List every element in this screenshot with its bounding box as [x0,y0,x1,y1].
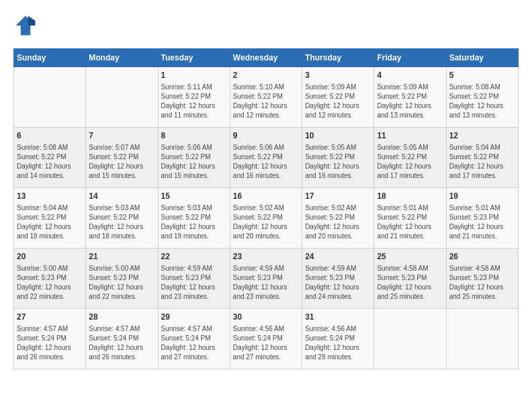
calendar-cell: 27Sunrise: 4:57 AM Sunset: 5:24 PM Dayli… [14,309,86,369]
day-number: 28 [89,312,154,323]
day-number: 27 [17,312,83,323]
day-number: 12 [449,130,515,142]
day-number: 18 [377,191,443,202]
day-info: Sunrise: 4:58 AM Sunset: 5:23 PM Dayligh… [449,264,515,302]
calendar-cell: 4Sunrise: 5:09 AM Sunset: 5:22 PM Daylig… [374,67,446,128]
calendar-cell [446,309,518,369]
calendar-cell: 14Sunrise: 5:03 AM Sunset: 5:22 PM Dayli… [86,188,158,248]
calendar-cell: 13Sunrise: 5:04 AM Sunset: 5:22 PM Dayli… [14,188,86,248]
calendar-cell: 21Sunrise: 5:00 AM Sunset: 5:23 PM Dayli… [86,248,158,309]
calendar-cell: 20Sunrise: 5:00 AM Sunset: 5:23 PM Dayli… [14,248,86,309]
day-info: Sunrise: 5:05 AM Sunset: 5:22 PM Dayligh… [305,143,371,181]
logo [13,13,42,38]
day-number: 7 [89,130,154,142]
day-number: 25 [377,251,443,263]
day-info: Sunrise: 5:09 AM Sunset: 5:22 PM Dayligh… [305,83,371,120]
calendar-cell: 5Sunrise: 5:08 AM Sunset: 5:22 PM Daylig… [446,67,518,128]
calendar-cell: 17Sunrise: 5:02 AM Sunset: 5:22 PM Dayli… [302,188,374,248]
calendar-table: SundayMondayTuesdayWednesdayThursdayFrid… [13,48,519,369]
calendar-cell [86,67,158,128]
day-number: 24 [305,251,371,263]
day-info: Sunrise: 4:56 AM Sunset: 5:24 PM Dayligh… [305,324,371,362]
calendar-cell: 9Sunrise: 5:06 AM Sunset: 5:22 PM Daylig… [230,128,302,188]
day-number: 21 [89,251,154,263]
calendar-cell [374,309,446,369]
day-info: Sunrise: 4:57 AM Sunset: 5:24 PM Dayligh… [89,324,154,362]
calendar-week-1: 1Sunrise: 5:11 AM Sunset: 5:22 PM Daylig… [14,67,519,128]
day-number: 6 [17,130,83,142]
day-info: Sunrise: 5:01 AM Sunset: 5:23 PM Dayligh… [449,203,515,241]
day-number: 4 [377,70,443,81]
day-info: Sunrise: 5:03 AM Sunset: 5:22 PM Dayligh… [161,203,227,241]
calendar-header: SundayMondayTuesdayWednesdayThursdayFrid… [14,49,519,67]
day-info: Sunrise: 5:00 AM Sunset: 5:23 PM Dayligh… [89,264,154,302]
day-info: Sunrise: 5:06 AM Sunset: 5:22 PM Dayligh… [233,143,299,181]
day-number: 3 [305,70,371,81]
calendar-cell: 25Sunrise: 4:58 AM Sunset: 5:23 PM Dayli… [374,248,446,309]
day-info: Sunrise: 4:59 AM Sunset: 5:23 PM Dayligh… [233,264,299,302]
day-number: 26 [449,251,515,263]
day-info: Sunrise: 5:04 AM Sunset: 5:22 PM Dayligh… [17,203,83,241]
calendar-week-4: 20Sunrise: 5:00 AM Sunset: 5:23 PM Dayli… [14,248,519,309]
day-number: 15 [161,191,227,202]
calendar-cell: 15Sunrise: 5:03 AM Sunset: 5:22 PM Dayli… [158,188,230,248]
weekday-header-friday: Friday [374,49,446,67]
day-info: Sunrise: 4:58 AM Sunset: 5:23 PM Dayligh… [377,264,443,302]
weekday-header-monday: Monday [86,49,158,67]
calendar-cell: 19Sunrise: 5:01 AM Sunset: 5:23 PM Dayli… [446,188,518,248]
day-info: Sunrise: 5:08 AM Sunset: 5:22 PM Dayligh… [449,83,515,120]
svg-marker-1 [28,16,36,26]
day-info: Sunrise: 5:04 AM Sunset: 5:22 PM Dayligh… [449,143,515,181]
header [13,13,519,38]
day-number: 8 [161,130,227,142]
calendar-cell: 3Sunrise: 5:09 AM Sunset: 5:22 PM Daylig… [302,67,374,128]
day-number: 10 [305,130,371,142]
day-number: 30 [233,312,299,323]
day-info: Sunrise: 5:06 AM Sunset: 5:22 PM Dayligh… [161,143,227,181]
day-info: Sunrise: 5:01 AM Sunset: 5:22 PM Dayligh… [377,203,443,241]
calendar-cell: 10Sunrise: 5:05 AM Sunset: 5:22 PM Dayli… [302,128,374,188]
day-number: 11 [377,130,443,142]
calendar-cell: 28Sunrise: 4:57 AM Sunset: 5:24 PM Dayli… [86,309,158,369]
calendar-cell: 31Sunrise: 4:56 AM Sunset: 5:24 PM Dayli… [302,309,374,369]
weekday-header-thursday: Thursday [302,49,374,67]
day-number: 20 [17,251,83,263]
calendar-week-2: 6Sunrise: 5:08 AM Sunset: 5:22 PM Daylig… [14,128,519,188]
day-info: Sunrise: 5:05 AM Sunset: 5:22 PM Dayligh… [377,143,443,181]
day-number: 5 [449,70,515,81]
calendar-cell: 29Sunrise: 4:57 AM Sunset: 5:24 PM Dayli… [158,309,230,369]
day-number: 9 [233,130,299,142]
day-info: Sunrise: 4:56 AM Sunset: 5:24 PM Dayligh… [233,324,299,362]
calendar-cell: 2Sunrise: 5:10 AM Sunset: 5:22 PM Daylig… [230,67,302,128]
day-number: 1 [161,70,227,81]
day-info: Sunrise: 4:57 AM Sunset: 5:24 PM Dayligh… [17,324,83,362]
calendar-cell: 24Sunrise: 4:59 AM Sunset: 5:23 PM Dayli… [302,248,374,309]
day-number: 2 [233,70,299,81]
day-info: Sunrise: 5:03 AM Sunset: 5:22 PM Dayligh… [89,203,154,241]
calendar-week-3: 13Sunrise: 5:04 AM Sunset: 5:22 PM Dayli… [14,188,519,248]
calendar-body: 1Sunrise: 5:11 AM Sunset: 5:22 PM Daylig… [14,67,519,369]
weekday-header-wednesday: Wednesday [230,49,302,67]
day-number: 19 [449,191,515,202]
logo-icon [13,13,38,38]
day-number: 14 [89,191,154,202]
day-info: Sunrise: 4:59 AM Sunset: 5:23 PM Dayligh… [305,264,371,302]
day-info: Sunrise: 5:09 AM Sunset: 5:22 PM Dayligh… [377,83,443,120]
weekday-header-sunday: Sunday [14,49,86,67]
day-info: Sunrise: 4:59 AM Sunset: 5:23 PM Dayligh… [161,264,227,302]
calendar-cell: 8Sunrise: 5:06 AM Sunset: 5:22 PM Daylig… [158,128,230,188]
day-info: Sunrise: 5:08 AM Sunset: 5:22 PM Dayligh… [17,143,83,181]
weekday-header-row: SundayMondayTuesdayWednesdayThursdayFrid… [14,49,519,67]
calendar-cell: 18Sunrise: 5:01 AM Sunset: 5:22 PM Dayli… [374,188,446,248]
day-info: Sunrise: 5:02 AM Sunset: 5:22 PM Dayligh… [305,203,371,241]
day-info: Sunrise: 5:11 AM Sunset: 5:22 PM Dayligh… [161,83,227,120]
calendar-cell: 12Sunrise: 5:04 AM Sunset: 5:22 PM Dayli… [446,128,518,188]
day-number: 31 [305,312,371,323]
day-info: Sunrise: 5:00 AM Sunset: 5:23 PM Dayligh… [17,264,83,302]
calendar-cell: 26Sunrise: 4:58 AM Sunset: 5:23 PM Dayli… [446,248,518,309]
day-number: 13 [17,191,83,202]
day-number: 23 [233,251,299,263]
day-number: 29 [161,312,227,323]
calendar-cell: 11Sunrise: 5:05 AM Sunset: 5:22 PM Dayli… [374,128,446,188]
calendar-week-5: 27Sunrise: 4:57 AM Sunset: 5:24 PM Dayli… [14,309,519,369]
